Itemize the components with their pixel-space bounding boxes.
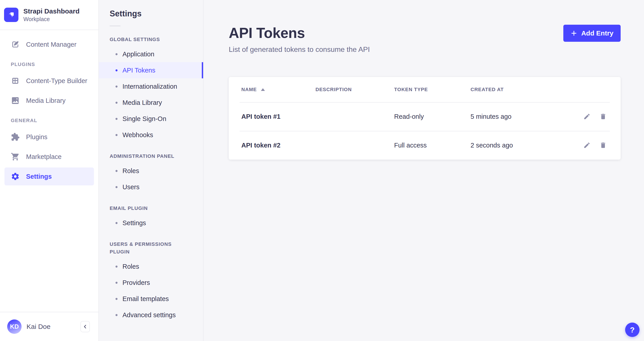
sidebar-item-media-library[interactable]: Media Library xyxy=(4,92,94,110)
settings-item-label: Webhooks xyxy=(122,131,153,139)
main-sidebar: Strapi Dashboard Workplace Content Manag… xyxy=(0,0,99,341)
settings-item-label: Application xyxy=(122,50,154,58)
settings-item-label: Internationalization xyxy=(122,83,177,90)
pencil-icon xyxy=(583,142,590,149)
sidebar-section-general: GENERAL xyxy=(4,118,94,123)
sidebar-item-label: Plugins xyxy=(26,133,48,141)
settings-nav-list: GLOBAL SETTINGS Application API Tokens I… xyxy=(99,36,203,323)
settings-item-media-library[interactable]: Media Library xyxy=(99,94,203,111)
help-button[interactable]: ? xyxy=(625,323,640,337)
sort-ascending-icon xyxy=(261,88,265,91)
bullet-icon xyxy=(116,186,118,188)
column-header-description: DESCRIPTION xyxy=(316,87,394,92)
settings-nav-title: Settings xyxy=(99,9,203,18)
api-tokens-table-card: NAME DESCRIPTION TOKEN TYPE CREATED AT A… xyxy=(229,77,621,160)
bullet-icon xyxy=(116,314,118,316)
workspace-subtitle: Workplace xyxy=(23,16,80,22)
settings-item-label: Roles xyxy=(122,263,139,270)
table-row[interactable]: API token #1 Read-only 5 minutes ago xyxy=(229,102,621,131)
main-content: API Tokens List of generated tokens to c… xyxy=(204,0,644,341)
page-subtitle: List of generated tokens to consume the … xyxy=(229,45,370,54)
settings-item-label: Advanced settings xyxy=(122,311,176,319)
sidebar-item-label: Settings xyxy=(26,173,52,180)
bullet-icon xyxy=(116,118,118,120)
table-header-row: NAME DESCRIPTION TOKEN TYPE CREATED AT xyxy=(229,77,621,102)
bullet-icon xyxy=(116,53,118,55)
sidebar-item-label: Content Manager xyxy=(26,41,76,48)
bullet-icon xyxy=(116,298,118,300)
sidebar-item-plugins[interactable]: Plugins xyxy=(4,128,94,146)
settings-item-providers[interactable]: Providers xyxy=(99,275,203,291)
bullet-icon xyxy=(116,222,118,224)
token-name-cell: API token #1 xyxy=(241,113,316,120)
token-type-cell: Read-only xyxy=(394,113,470,120)
column-header-name-label: NAME xyxy=(241,87,257,92)
bullet-icon xyxy=(116,102,118,104)
settings-item-internationalization[interactable]: Internationalization xyxy=(99,78,203,94)
settings-item-label: API Tokens xyxy=(122,67,155,74)
settings-section-global: GLOBAL SETTINGS xyxy=(99,36,203,43)
settings-item-application[interactable]: Application xyxy=(99,46,203,62)
settings-item-label: Media Library xyxy=(122,99,162,106)
brand-text: Strapi Dashboard Workplace xyxy=(23,7,80,22)
column-header-created-at: CREATED AT xyxy=(470,87,570,92)
settings-sidebar: Settings GLOBAL SETTINGS Application API… xyxy=(99,0,204,341)
page-header: API Tokens List of generated tokens to c… xyxy=(229,25,621,54)
settings-item-label: Users xyxy=(122,183,140,191)
settings-item-webhooks[interactable]: Webhooks xyxy=(99,127,203,143)
settings-item-label: Single Sign-On xyxy=(122,115,166,123)
sidebar-section-plugins: PLUGINS xyxy=(4,61,94,67)
sidebar-item-label: Media Library xyxy=(26,97,66,104)
settings-item-single-sign-on[interactable]: Single Sign-On xyxy=(99,111,203,127)
delete-token-button[interactable] xyxy=(598,140,608,150)
sidebar-item-marketplace[interactable]: Marketplace xyxy=(4,148,94,166)
sidebar-item-label: Content-Type Builder xyxy=(26,77,87,85)
sidebar-footer: KD Kai Doe xyxy=(0,312,98,341)
column-header-token-type: TOKEN TYPE xyxy=(394,87,470,92)
puzzle-icon xyxy=(11,132,20,141)
settings-item-up-roles[interactable]: Roles xyxy=(99,258,203,275)
collapse-sidebar-button[interactable] xyxy=(80,321,90,332)
settings-item-label: Roles xyxy=(122,167,139,175)
settings-section-email-plugin: EMAIL PLUGIN xyxy=(99,205,203,212)
edit-token-button[interactable] xyxy=(582,140,592,150)
token-created-cell: 5 minutes ago xyxy=(470,113,570,120)
user-name: Kai Doe xyxy=(26,323,76,331)
question-mark-icon: ? xyxy=(630,326,635,334)
add-entry-button[interactable]: Add Entry xyxy=(563,25,621,42)
sidebar-item-settings[interactable]: Settings xyxy=(4,167,94,185)
row-actions xyxy=(570,140,608,150)
trash-icon xyxy=(600,113,607,120)
delete-token-button[interactable] xyxy=(598,112,608,121)
workspace-title: Strapi Dashboard xyxy=(23,7,80,15)
token-name-cell: API token #2 xyxy=(241,142,316,149)
media-library-icon xyxy=(11,96,20,105)
settings-item-roles[interactable]: Roles xyxy=(99,163,203,179)
bullet-icon xyxy=(116,266,118,268)
settings-item-email-settings[interactable]: Settings xyxy=(99,215,203,231)
content-type-builder-icon xyxy=(11,76,20,85)
sidebar-item-content-type-builder[interactable]: Content-Type Builder xyxy=(4,72,94,90)
avatar[interactable]: KD xyxy=(7,320,22,334)
content-manager-icon xyxy=(11,40,20,49)
bullet-icon xyxy=(116,282,118,284)
edit-token-button[interactable] xyxy=(582,112,592,121)
sidebar-item-content-manager[interactable]: Content Manager xyxy=(4,35,94,53)
sidebar-item-label: Marketplace xyxy=(26,153,62,161)
settings-item-users[interactable]: Users xyxy=(99,179,203,195)
main-nav-list: Content Manager PLUGINS Content-Type Bui… xyxy=(0,30,98,312)
token-created-cell: 2 seconds ago xyxy=(470,142,570,149)
workspace-brand[interactable]: Strapi Dashboard Workplace xyxy=(0,0,98,30)
settings-item-label: Email templates xyxy=(122,295,169,303)
trash-icon xyxy=(600,142,607,149)
bullet-icon xyxy=(116,69,118,71)
chevron-left-icon xyxy=(82,324,88,330)
settings-item-api-tokens[interactable]: API Tokens xyxy=(99,62,203,78)
settings-item-email-templates[interactable]: Email templates xyxy=(99,291,203,307)
bullet-icon xyxy=(116,170,118,172)
settings-item-advanced-settings[interactable]: Advanced settings xyxy=(99,307,203,323)
strapi-logo-icon xyxy=(4,8,18,22)
table-row[interactable]: API token #2 Full access 2 seconds ago xyxy=(229,131,621,160)
plus-icon xyxy=(570,30,577,36)
column-header-name[interactable]: NAME xyxy=(241,87,316,92)
